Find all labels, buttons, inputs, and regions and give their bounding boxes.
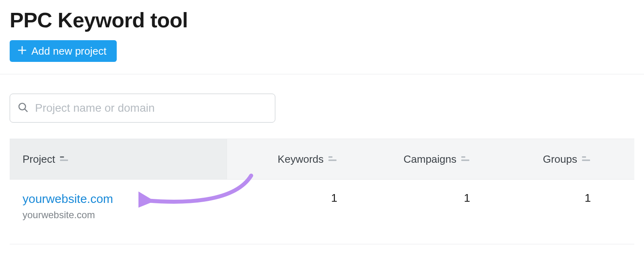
svg-rect-2 (60, 156, 64, 158)
svg-rect-5 (328, 160, 336, 161)
svg-line-1 (25, 109, 27, 111)
cell-groups: 1 (584, 192, 591, 205)
project-link[interactable]: yourwebsite.com (23, 192, 113, 205)
col-header-campaigns[interactable]: Campaigns (352, 153, 485, 166)
col-header-groups[interactable]: Groups (485, 153, 605, 166)
table-row: yourwebsite.com yourwebsite.com 1 1 1 (10, 180, 634, 244)
sort-icon (328, 153, 337, 166)
col-header-keywords[interactable]: Keywords (227, 153, 352, 166)
cell-campaigns: 1 (464, 192, 470, 205)
sort-icon (461, 153, 470, 166)
add-project-label: Add new project (31, 46, 106, 56)
col-header-keywords-label: Keywords (278, 153, 324, 166)
table-header: Project Keywords Campaigns Groups (10, 139, 634, 180)
search-icon (17, 102, 29, 115)
search-box[interactable] (10, 94, 275, 123)
col-header-project-label: Project (23, 153, 55, 166)
svg-rect-9 (582, 160, 590, 161)
sort-icon (582, 153, 591, 166)
cell-keywords: 1 (331, 192, 337, 205)
col-header-project[interactable]: Project (10, 139, 227, 179)
plus-icon (18, 46, 27, 56)
col-header-campaigns-label: Campaigns (403, 153, 456, 166)
svg-rect-7 (461, 160, 469, 161)
page-title: PPC Keyword tool (10, 8, 634, 32)
col-header-groups-label: Groups (543, 153, 577, 166)
search-input[interactable] (34, 101, 268, 115)
projects-table: Project Keywords Campaigns Groups (10, 139, 634, 244)
svg-rect-8 (582, 156, 586, 158)
add-project-button[interactable]: Add new project (10, 40, 117, 62)
svg-rect-6 (461, 156, 465, 158)
svg-rect-3 (60, 160, 68, 161)
divider (0, 74, 644, 74)
sort-icon (60, 153, 69, 166)
svg-rect-4 (328, 156, 332, 158)
project-domain: yourwebsite.com (23, 209, 113, 221)
